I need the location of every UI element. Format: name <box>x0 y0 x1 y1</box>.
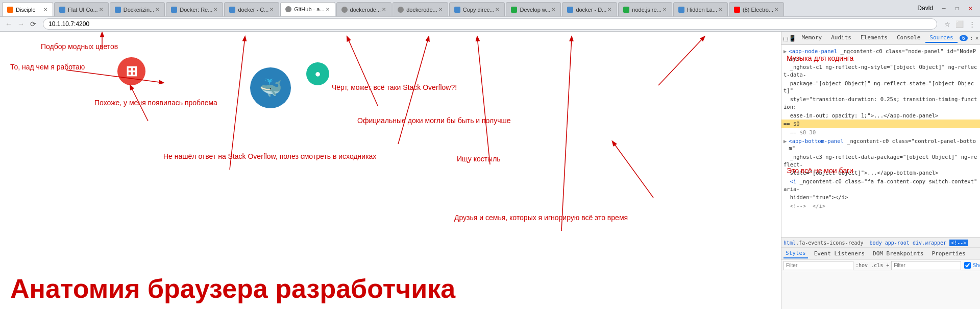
code-line-5: ease-in-out; opacity: 1;">...</app-node-… <box>781 111 980 120</box>
svg-line-1 <box>66 70 163 83</box>
annotation-not-my-bugs: Это всё не мои баги <box>787 166 853 175</box>
devtools-tab-console[interactable]: Console <box>893 33 924 43</box>
devtools-breadcrumb: html .fa-events-icons-ready body app-roo… <box>781 237 980 248</box>
styles-filter-input[interactable] <box>783 261 853 270</box>
svg-line-6 <box>477 37 490 164</box>
tab-close[interactable]: ✕ <box>325 6 331 13</box>
tab-label: docker - D... <box>576 7 606 13</box>
tab-close[interactable]: ✕ <box>437 6 444 13</box>
tab-close[interactable]: ✕ <box>98 6 104 13</box>
tab-favicon <box>733 6 741 13</box>
tab-label: dockerode... <box>350 7 381 13</box>
back-button[interactable]: ← <box>3 18 14 30</box>
styles-filter-input2[interactable] <box>891 261 961 270</box>
icon-blue-docker: 🐳 <box>250 67 291 108</box>
tab-close[interactable]: ✕ <box>154 6 160 13</box>
annotation-music: Музыка для кодинга <box>787 54 853 63</box>
devtools-panel: ⬚ 📱 Memory Audits Elements Console Sourc… <box>781 32 980 309</box>
code-line-highlighted: == $0 <box>781 120 980 128</box>
forward-button[interactable]: → <box>15 18 27 30</box>
tab-close[interactable]: ✕ <box>773 6 779 13</box>
tab-nodejs[interactable]: node.js re... ✕ <box>618 2 672 16</box>
code-line-copy1: <i _ngcontent-c0 class="fa fa-content-co… <box>781 177 980 193</box>
breadcrumb-approot[interactable]: app-root <box>885 240 910 246</box>
tab-dockerizing[interactable]: Dockerizin... ✕ <box>110 2 165 16</box>
tab-favicon <box>341 6 348 13</box>
maximize-button[interactable]: □ <box>951 4 963 13</box>
tab-close[interactable]: ✕ <box>381 6 387 13</box>
devtools-tab-audits[interactable]: Audits <box>827 33 855 43</box>
tab-label: docker - C... <box>238 7 268 13</box>
devtools-more-icon[interactable]: ⋮ <box>969 34 974 42</box>
show-all-checkbox[interactable] <box>964 262 971 269</box>
tab-favicon <box>285 6 292 13</box>
styles-tab-event[interactable]: Event Listeners <box>812 249 867 258</box>
screenshot-icon[interactable]: ⬜ <box>954 19 965 29</box>
bookmark-icon[interactable]: ☆ <box>942 19 952 29</box>
tab-dockerode1[interactable]: dockerode... ✕ <box>336 2 392 16</box>
icon-teal-circle: ● <box>306 62 329 85</box>
minimize-button[interactable]: ─ <box>938 4 949 13</box>
tab-github[interactable]: GitHub - a... ✕ <box>280 2 335 16</box>
devtools-mobile-icon[interactable]: 📱 <box>789 34 796 42</box>
tab-docker-d[interactable]: docker - D... ✕ <box>562 2 617 16</box>
tab-favicon <box>59 6 66 13</box>
annotation-docs: Официальные доки могли бы быть и получше <box>357 116 511 125</box>
tab-disciple[interactable]: Disciple ✕ <box>2 2 53 16</box>
tab-close[interactable]: ✕ <box>212 6 218 13</box>
devtools-tab-sources[interactable]: Sources <box>925 33 957 43</box>
svg-line-4 <box>347 37 378 106</box>
styles-tab-styles[interactable]: Styles <box>783 249 808 258</box>
icon-red-grid: ⊞ <box>117 57 145 85</box>
styles-tab-dom[interactable]: DOM Breakpoints <box>871 249 925 258</box>
tab-close[interactable]: ✕ <box>42 6 48 13</box>
menu-icon[interactable]: ⋮ <box>967 19 977 29</box>
tab-docker-c[interactable]: docker - C... ✕ <box>224 2 279 16</box>
tab-close[interactable]: ✕ <box>662 6 668 13</box>
annotation-fashion-colors: Подбор модных цветов <box>41 42 118 51</box>
styles-filter-row: :hov .cls + Show all <box>781 260 980 271</box>
styles-tab-properties[interactable]: Properties <box>929 249 967 258</box>
tab-label: Develop w... <box>520 7 550 13</box>
annotation-family: Друзья и семья, которых я игнорирую всё … <box>454 213 628 222</box>
breadcrumb-comment[interactable]: <!--> <box>949 240 968 246</box>
address-bar[interactable] <box>43 18 937 30</box>
tab-bar: Disciple ✕ Flat UI Co... ✕ Dockerizin...… <box>0 0 980 16</box>
tab-close[interactable]: ✕ <box>494 6 500 13</box>
svg-line-8 <box>612 141 653 198</box>
styles-toolbar: Styles Event Listeners DOM Breakpoints P… <box>781 248 980 260</box>
tab-favicon <box>510 6 518 13</box>
styles-pseudo-label: :hov .cls + <box>855 263 889 268</box>
tab-label: Dockerizin... <box>124 7 155 13</box>
tab-docker-re[interactable]: Docker: Re... ✕ <box>166 2 223 16</box>
devtools-inspect-icon[interactable]: ⬚ <box>783 34 788 42</box>
refresh-button[interactable]: ⟳ <box>28 18 39 30</box>
tab-label: Hidden La... <box>687 7 717 13</box>
breadcrumb-html[interactable]: html <box>783 240 796 246</box>
tab-favicon <box>397 6 404 13</box>
svg-line-7 <box>658 37 704 85</box>
tab-close[interactable]: ✕ <box>550 6 556 13</box>
devtools-tab-elements[interactable]: Elements <box>856 33 892 43</box>
devtools-close-icon[interactable]: ✕ <box>975 34 979 42</box>
breadcrumb-body[interactable]: body <box>870 240 882 246</box>
code-line-4: style="transition-duration: 0.25s; trans… <box>781 95 980 111</box>
tab-close[interactable]: ✕ <box>268 6 275 13</box>
annotation-problem: Похоже, у меня появилась проблема <box>94 98 217 107</box>
devtools-badge: 6 <box>960 35 968 41</box>
window-user-label: Davld <box>917 5 933 12</box>
window-controls: Davld ─ □ ✕ <box>913 0 980 16</box>
tab-flatui[interactable]: Flat UI Co... ✕ <box>54 2 109 16</box>
breadcrumb-divwrapper[interactable]: div.wrapper <box>913 240 946 246</box>
tab-close[interactable]: ✕ <box>717 6 723 13</box>
tab-close[interactable]: ✕ <box>606 6 612 13</box>
close-button[interactable]: ✕ <box>965 4 976 13</box>
tab-copy[interactable]: Copy direc... ✕ <box>449 2 505 16</box>
tab-dockerode2[interactable]: dockerode... ✕ <box>393 2 448 16</box>
tab-electro[interactable]: (8) Electro... ✕ <box>729 2 784 16</box>
tab-favicon <box>567 6 574 13</box>
devtools-content: ▶ <app-node-panel _ngcontent-c0 class="n… <box>781 45 980 309</box>
tab-develop[interactable]: Develop w... ✕ <box>506 2 561 16</box>
tab-hidden[interactable]: Hidden La... ✕ <box>673 2 728 16</box>
devtools-tab-memory[interactable]: Memory <box>797 33 826 43</box>
